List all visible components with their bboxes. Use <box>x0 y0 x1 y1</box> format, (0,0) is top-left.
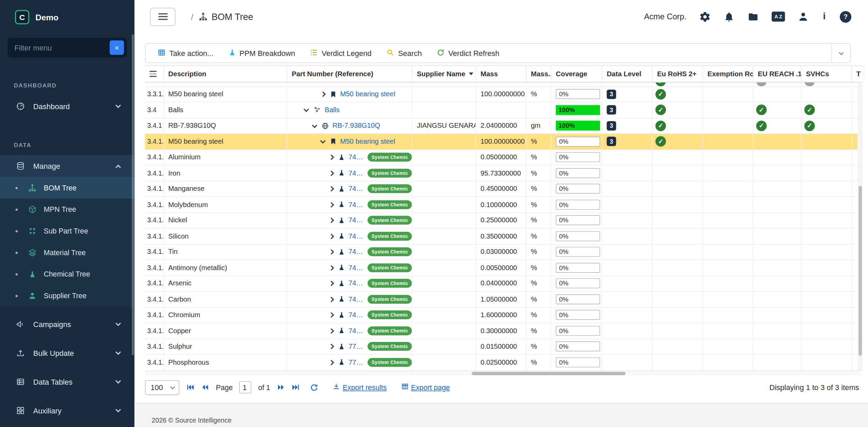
table-row[interactable]: 3.4.1RB-7.938G10QRB-7.938G10QJIANGSU GEN… <box>145 118 863 134</box>
expand-toggle-icon[interactable] <box>329 233 334 239</box>
vertical-scrollbar-thumb[interactable] <box>858 186 862 356</box>
table-row[interactable]: 3.4.1.Phosphorous7723-14-0System Chemic0… <box>145 355 863 371</box>
column-header-coverage[interactable]: Coverage <box>551 66 602 82</box>
part-link[interactable]: 7440-31-5 <box>349 248 364 256</box>
ppm-breakdown-button[interactable]: PPM Breakdown <box>229 48 295 58</box>
next-page-button[interactable] <box>277 383 285 391</box>
expand-toggle-icon[interactable] <box>320 92 326 97</box>
previous-page-button[interactable] <box>201 383 209 391</box>
app-logo[interactable]: C Demo <box>0 0 135 26</box>
coverage-input[interactable]: 0% <box>556 357 600 367</box>
column-header-eu-rohs[interactable]: Eu RoHS 2+ <box>653 66 703 82</box>
part-link[interactable]: 7440-50-8 <box>349 327 364 334</box>
part-link[interactable]: 7440-44-0 <box>349 295 364 303</box>
filter-menu-input[interactable] <box>13 43 110 53</box>
table-row[interactable]: 3.4.1.Carbon7440-44-0System Chemic1.0500… <box>145 291 863 307</box>
sidebar-item-campaigns[interactable]: Campaigns <box>0 313 135 335</box>
sidebar-item-dashboard[interactable]: Dashboard <box>0 95 135 117</box>
sidebar-item-chemical-tree[interactable]: Chemical Tree <box>0 263 135 285</box>
horizontal-scrollbar[interactable] <box>145 370 863 375</box>
column-header-mass[interactable]: Mass <box>476 66 527 82</box>
sidebar-item-auxiliary[interactable]: Auxiliary <box>0 400 135 422</box>
column-header-mass-units[interactable]: Mass... <box>527 66 551 82</box>
coverage-input[interactable]: 0% <box>556 168 600 178</box>
help-icon[interactable]: ? <box>840 11 851 22</box>
part-link[interactable]: 7440-36-0 <box>349 264 364 271</box>
expand-toggle-icon[interactable] <box>329 344 334 349</box>
horizontal-scrollbar-thumb[interactable] <box>471 372 626 375</box>
part-link[interactable]: 7440-38-2 <box>349 280 364 287</box>
part-link[interactable]: 7440-02-0 <box>349 217 364 224</box>
toolbar-dropdown-button[interactable] <box>831 44 850 63</box>
collapse-toggle-icon[interactable] <box>304 107 309 112</box>
page-size-select[interactable]: 100 <box>145 380 179 395</box>
part-link[interactable]: M50 bearing steel <box>340 138 395 145</box>
coverage-input[interactable]: 0% <box>556 137 600 146</box>
table-row[interactable]: 3.4.1.M50 bearing steelM50 bearing steel… <box>145 134 863 150</box>
part-link[interactable]: 7723-14-0 <box>349 359 364 366</box>
expand-toggle-icon[interactable] <box>329 202 334 207</box>
column-header-expander[interactable] <box>145 66 164 82</box>
expand-toggle-icon[interactable] <box>329 297 334 302</box>
coverage-input[interactable]: 0% <box>556 89 600 99</box>
coverage-input[interactable]: 0% <box>556 216 600 225</box>
expand-toggle-icon[interactable] <box>329 312 334 318</box>
coverage-input[interactable]: 0% <box>556 200 600 209</box>
expand-toggle-icon[interactable] <box>329 218 334 223</box>
column-header-data-level[interactable]: Data Level <box>602 66 653 82</box>
table-row[interactable]: 3.4.1.Antimony (metallic)7440-36-0System… <box>145 260 863 276</box>
part-link[interactable]: 7440-47-3 <box>349 311 364 319</box>
part-link[interactable]: 7440-21-3 <box>349 232 364 240</box>
sidebar-item-data-tables[interactable]: Data Tables <box>0 371 135 393</box>
first-page-button[interactable] <box>186 383 194 391</box>
coverage-input[interactable]: 0% <box>556 247 600 257</box>
part-link[interactable]: M50 bearing steel <box>340 90 395 98</box>
table-row[interactable]: 3.3.1.M50 bearing steelM50 bearing steel… <box>145 87 863 103</box>
column-header-exemption-rohs[interactable]: Exemption Ro... <box>703 66 753 82</box>
sidebar-item-mpn-tree[interactable]: MPN Tree <box>0 199 135 220</box>
column-header-part-number[interactable]: Part Number (Reference) <box>287 66 412 82</box>
filter-clear-button[interactable]: × <box>110 40 124 55</box>
table-row[interactable]: 3.4.1.Tin7440-31-5System Chemic0.0300000… <box>145 244 863 260</box>
sidebar-item-material-tree[interactable]: Material Tree <box>0 242 135 263</box>
table-row[interactable]: 3.4.1.Aluminium7429-90-5System Chemic0.0… <box>145 150 863 166</box>
coverage-input[interactable]: 0% <box>556 184 600 194</box>
verdict-refresh-button[interactable]: Verdict Refresh <box>437 48 499 58</box>
coverage-input[interactable]: 0% <box>556 294 600 304</box>
refresh-icon[interactable] <box>310 383 318 391</box>
menu-toggle-button[interactable] <box>150 7 175 26</box>
sidebar-item-manage[interactable]: Manage <box>0 155 135 177</box>
coverage-input[interactable]: 0% <box>556 279 600 288</box>
expand-toggle-icon[interactable] <box>329 265 334 270</box>
vertical-scrollbar[interactable] <box>857 82 863 370</box>
table-row[interactable]: 3.4.1.Nickel7440-02-0System Chemic0.2500… <box>145 213 863 229</box>
part-link[interactable]: 7429-90-5 <box>349 154 364 161</box>
user-profile-icon[interactable] <box>798 11 809 22</box>
part-link[interactable]: 7439-98-7 <box>349 201 364 208</box>
table-row[interactable]: 3.4.1.Copper7440-50-8System Chemic0.3000… <box>145 323 863 339</box>
expand-toggle-icon[interactable] <box>329 155 334 160</box>
take-action-button[interactable]: Take action... <box>158 48 213 58</box>
coverage-input[interactable]: 0% <box>556 231 600 241</box>
part-link[interactable]: RB-7.938G10Q <box>332 122 380 130</box>
sidebar-item-bom-tree[interactable]: BOM Tree <box>0 177 135 199</box>
sidebar-item-supplier-tree[interactable]: Supplier Tree <box>0 285 135 307</box>
notifications-bell-icon[interactable] <box>724 11 735 22</box>
expand-toggle-icon[interactable] <box>329 281 334 286</box>
coverage-input[interactable]: 0% <box>556 152 600 162</box>
collapse-toggle-icon[interactable] <box>312 122 317 127</box>
part-link[interactable]: 7704-34-9 <box>349 343 364 350</box>
sidebar-scrollbar-thumb[interactable] <box>132 34 134 355</box>
table-row[interactable]: 3.4.1.Chromium7440-47-3System Chemic1.60… <box>145 307 863 323</box>
table-row[interactable]: 3.4.1.Silicon7440-21-3System Chemic0.350… <box>145 228 863 244</box>
table-row[interactable]: ✓ <box>145 82 863 86</box>
export-page-link[interactable]: Export page <box>401 383 450 392</box>
last-page-button[interactable] <box>292 383 300 391</box>
organization-name[interactable]: Acme Corp. <box>644 12 686 21</box>
settings-gear-icon[interactable] <box>699 11 711 22</box>
coverage-input[interactable]: 0% <box>556 263 600 272</box>
column-header-svhcs[interactable]: SVHCs <box>802 66 852 82</box>
table-row[interactable]: 3.4.1.Molybdenum7439-98-7System Chemic0.… <box>145 197 863 213</box>
expand-toggle-icon[interactable] <box>329 186 334 191</box>
column-header-truncated[interactable]: T <box>852 66 864 82</box>
